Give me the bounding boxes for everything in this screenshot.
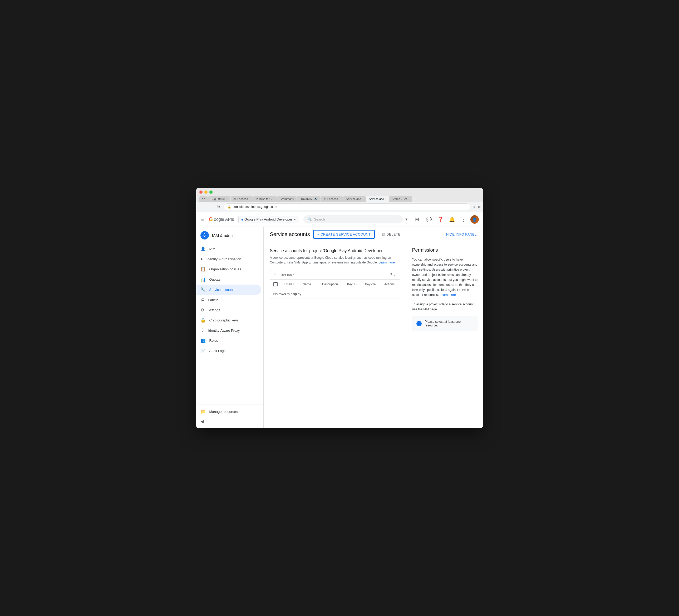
sidebar-item-identity[interactable]: ● Identity & Organisation: [196, 254, 261, 264]
sidebar-item-labels[interactable]: 🏷 Labels: [196, 295, 261, 305]
sidebar-item-crypto-keys[interactable]: 🔒 Cryptographic keys: [196, 315, 261, 326]
browser-tab-stores[interactable]: Stores - Sm...: [389, 196, 412, 202]
apps-icon[interactable]: ⊞: [413, 215, 422, 224]
content-header: Service accounts + CREATE SERVICE ACCOUN…: [264, 227, 483, 242]
crypto-keys-icon: 🔒: [200, 318, 206, 323]
quotas-icon: 📊: [200, 277, 206, 282]
settings-icon: ⚙: [200, 307, 204, 312]
notification-icon[interactable]: 🔔: [447, 215, 457, 224]
search-bar[interactable]: 🔍 Search: [303, 215, 402, 223]
info-panel: Permissions You can allow specific users…: [407, 242, 483, 428]
menu-button[interactable]: ☰: [200, 217, 205, 222]
sidebar-item-label-service-accounts: Service accounts: [209, 288, 235, 292]
url-display: console.developers.google.com: [233, 205, 277, 209]
iam-icon: 👤: [200, 246, 206, 251]
reload-button[interactable]: ↻: [216, 204, 222, 210]
select-all-checkbox[interactable]: [273, 282, 278, 286]
browser-tab-bug[interactable]: Bug 59400:...: [208, 196, 230, 202]
col-actions: Actions: [381, 280, 400, 289]
sidebar-item-label-org-policies: Organisation policies: [209, 267, 241, 271]
table-empty-row: No rows to display: [270, 289, 400, 299]
address-bar[interactable]: 🔒 console.developers.google.com: [224, 204, 471, 210]
search-icon: 🔍: [308, 217, 312, 221]
more-icon[interactable]: ⋮: [459, 215, 468, 224]
info-panel-title: Permissions: [412, 247, 478, 253]
sidebar-item-manage-resources[interactable]: 📁 Manage resources: [196, 406, 261, 417]
manage-resources-icon: 📁: [200, 409, 206, 414]
windows-icon[interactable]: ⧉: [478, 205, 480, 209]
search-placeholder: Search: [314, 217, 325, 221]
col-email[interactable]: Email ↑: [281, 280, 300, 289]
browser-tab-grammarly[interactable]: Grammarly: [277, 196, 297, 202]
sidebar-item-label-iap: Identity-Aware Proxy: [208, 329, 240, 333]
chat-icon[interactable]: 💬: [424, 215, 433, 224]
maximize-button[interactable]: [209, 190, 213, 194]
sidebar-item-iam[interactable]: 👤 IAM: [196, 244, 261, 254]
google-apis-logo: G oogle APIs: [209, 216, 234, 222]
content-body: Service accounts for project 'Google Pla…: [264, 242, 483, 428]
notice-text: Please select at least one resource.: [425, 320, 474, 327]
lock-icon: 🔒: [228, 205, 231, 209]
sidebar-item-label-crypto-keys: Cryptographic keys: [209, 318, 238, 322]
sidebar-title: IAM & admin: [212, 233, 235, 238]
project-name: Google Play Android Developer: [245, 217, 292, 221]
sidebar-collapse-button[interactable]: ◀: [196, 417, 261, 426]
roles-icon: 👥: [200, 338, 206, 343]
audit-logs-icon: 📄: [200, 348, 206, 353]
sidebar-item-label-iam: IAM: [209, 247, 216, 251]
table-toolbar: ☰ ? ⎵: [270, 270, 400, 280]
sidebar-item-label-settings: Settings: [208, 308, 220, 312]
hide-info-panel-button[interactable]: HIDE INFO PANEL: [446, 233, 477, 236]
create-service-account-button[interactable]: + CREATE SERVICE ACCOUNT: [313, 230, 375, 239]
browser-tab-api1[interactable]: API access...: [231, 196, 253, 202]
sidebar-item-roles[interactable]: 👥 Roles: [196, 335, 261, 346]
columns-button[interactable]: ⎵: [394, 272, 397, 277]
col-key-id: Key ID: [344, 280, 362, 289]
minimize-button[interactable]: [204, 190, 207, 194]
col-name[interactable]: Name ↑: [299, 280, 319, 289]
sidebar-item-org-policies[interactable]: 📋 Organisation policies: [196, 264, 261, 274]
info-panel-paragraph1: You can allow specific users to have own…: [412, 257, 478, 298]
learn-more-link[interactable]: Learn more: [379, 260, 394, 264]
help-table-button[interactable]: ?: [390, 272, 392, 277]
org-policies-icon: 📋: [200, 267, 206, 272]
sidebar-item-iap[interactable]: 🛡 Identity-Aware Proxy: [196, 326, 261, 335]
avatar[interactable]: 👤: [471, 215, 479, 224]
labels-icon: 🏷: [200, 298, 205, 302]
content-area: Service accounts + CREATE SERVICE ACCOUN…: [264, 227, 483, 428]
project-selector[interactable]: ● Google Play Android Developer ▼: [238, 216, 299, 223]
sidebar-item-label-manage-resources: Manage resources: [209, 410, 238, 414]
service-accounts-icon: 🔧: [200, 287, 206, 292]
add-tab-button[interactable]: +: [413, 196, 418, 202]
info-notice: i Please select at least one resource.: [412, 316, 478, 331]
sidebar-item-label-identity: Identity & Organisation: [206, 257, 241, 261]
close-button[interactable]: [199, 190, 202, 194]
sidebar-item-label-labels: Labels: [208, 298, 218, 302]
browser-tab-fragment[interactable]: Fragmen... 🔊: [297, 196, 321, 202]
share-icon[interactable]: ⬆: [473, 205, 476, 209]
browser-tab-publish[interactable]: Publish to G...: [253, 196, 277, 202]
forward-button[interactable]: →: [207, 204, 214, 210]
browser-tab-api2[interactable]: API access...: [321, 196, 343, 202]
sidebar-item-service-accounts[interactable]: 🔧 Service accounts: [196, 284, 261, 295]
info-learn-more-link[interactable]: Learn more: [440, 293, 456, 297]
sidebar-item-quotas[interactable]: 📊 Quotas: [196, 274, 261, 284]
search-expand-icon: ▼: [405, 217, 408, 221]
sidebar-item-label-audit-logs: Audit Logs: [209, 349, 225, 353]
sidebar-item-label-roles: Roles: [209, 339, 218, 342]
sidebar-nav: 👤 IAM ● Identity & Organisation 📋 Organi…: [196, 242, 263, 404]
browser-tab-service1[interactable]: Service acc...: [343, 196, 366, 202]
no-rows-message: No rows to display: [270, 289, 400, 299]
help-icon[interactable]: ❓: [435, 215, 445, 224]
main-panel: Service accounts for project 'Google Pla…: [264, 242, 407, 428]
filter-input[interactable]: [279, 273, 388, 277]
back-button[interactable]: ←: [199, 204, 205, 210]
sidebar-item-settings[interactable]: ⚙ Settings: [196, 305, 261, 315]
browser-tab-service2[interactable]: Service acc...: [366, 196, 389, 202]
identity-icon: ●: [200, 257, 203, 261]
page-title: Service accounts: [270, 231, 310, 237]
filter-icon: ☰: [273, 273, 277, 277]
browser-tab-de[interactable]: de: [199, 196, 208, 202]
sidebar-item-audit-logs[interactable]: 📄 Audit Logs: [196, 346, 261, 356]
delete-button[interactable]: 🗑 DELETE: [378, 230, 404, 238]
